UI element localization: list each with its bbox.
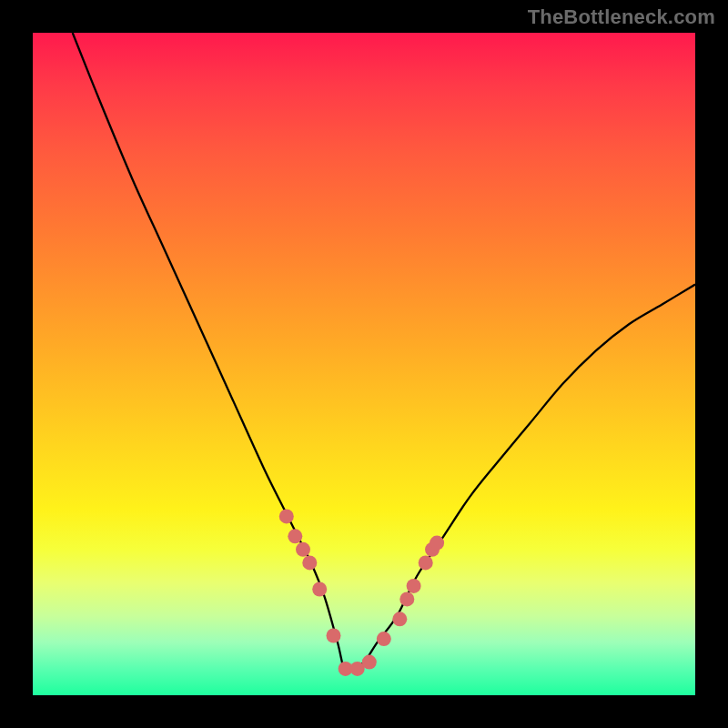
sample-dot [419, 555, 433, 570]
sample-dot [312, 582, 327, 597]
sample-dot [392, 612, 407, 626]
bottleneck-curve [73, 33, 695, 671]
sample-dot [327, 629, 341, 643]
sample-dot [399, 592, 414, 606]
sample-dot [296, 542, 310, 557]
sample-dots [279, 509, 444, 676]
sample-dot [407, 579, 421, 593]
plot-area [33, 33, 695, 695]
sample-dot [377, 632, 391, 646]
sample-dot [288, 529, 302, 543]
sample-dot [430, 536, 444, 551]
sample-dot [302, 555, 317, 570]
chart-frame: TheBottleneck.com [0, 0, 728, 728]
sample-dot [279, 509, 294, 523]
watermark-text: TheBottleneck.com [528, 5, 715, 29]
curve-layer [33, 33, 695, 695]
sample-dot [362, 655, 377, 670]
